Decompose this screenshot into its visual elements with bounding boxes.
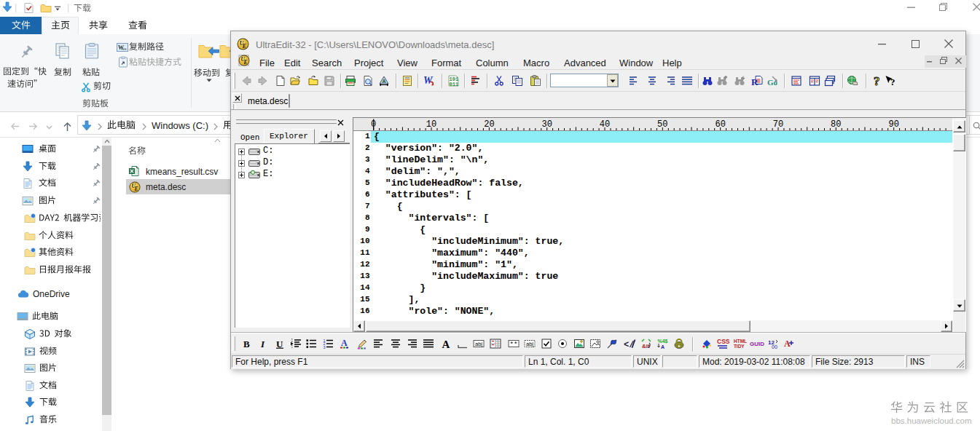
- svg-text:10: 10: [426, 119, 436, 130]
- svg-text:90: 90: [889, 119, 899, 130]
- svg-text:A: A: [661, 344, 665, 349]
- svg-text:&lt: &lt: [642, 343, 650, 349]
- svg-text:HTML: HTML: [734, 339, 747, 344]
- svg-text:A: A: [341, 338, 348, 348]
- svg-text:00: 00: [772, 344, 777, 349]
- svg-text:?: ?: [890, 76, 895, 87]
- svg-text:TiDY: TiDY: [734, 344, 745, 349]
- svg-text:70: 70: [773, 119, 783, 130]
- svg-text:011: 011: [450, 82, 459, 87]
- svg-text:W: W: [423, 75, 434, 86]
- svg-text:GUID: GUID: [750, 341, 764, 347]
- svg-text:A: A: [784, 339, 791, 349]
- svg-text:A: A: [382, 79, 385, 84]
- svg-text:20: 20: [484, 119, 494, 130]
- svg-text:I: I: [260, 339, 265, 349]
- svg-text:80: 80: [831, 119, 841, 130]
- svg-text:?: ?: [874, 74, 880, 88]
- svg-text:ab|: ab|: [526, 341, 533, 347]
- svg-text:Go: Go: [767, 78, 778, 87]
- svg-text:CSS: CSS: [717, 338, 730, 345]
- svg-text:50: 50: [657, 119, 667, 130]
- svg-text:E: E: [243, 59, 247, 66]
- svg-text:A: A: [442, 339, 450, 350]
- svg-text:R: R: [751, 76, 758, 87]
- svg-text:60: 60: [716, 119, 726, 130]
- svg-text:3: 3: [324, 345, 326, 349]
- svg-text:40: 40: [600, 119, 610, 130]
- svg-text:**: **: [510, 341, 518, 349]
- svg-text:%4$: %4$: [658, 339, 668, 344]
- svg-text:E: E: [133, 186, 138, 192]
- svg-text:30: 30: [542, 119, 552, 130]
- svg-text:B: B: [243, 339, 250, 349]
- svg-text:E: E: [242, 43, 246, 50]
- svg-text:W: W: [118, 44, 124, 51]
- svg-text:ab|: ab|: [475, 341, 482, 347]
